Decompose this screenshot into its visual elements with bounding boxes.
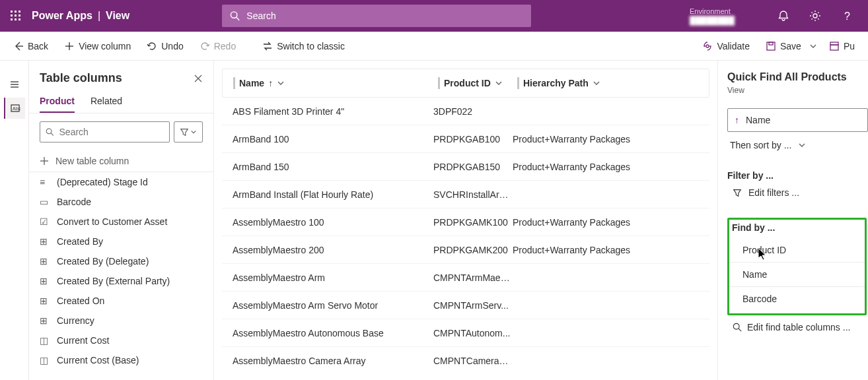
column-item-label: Current Cost: [57, 335, 109, 346]
edit-find-columns-button[interactable]: Edit find table columns ...: [727, 322, 868, 332]
column-item-label: (Deprecated) Stage Id: [57, 177, 148, 187]
notifications-button[interactable]: [768, 0, 799, 32]
global-search[interactable]: [222, 5, 531, 27]
cell-name: AssemblyMaestro Camera Array: [222, 356, 433, 366]
cell-product-id: CMPNTAutonom...: [433, 328, 513, 338]
column-item-label: Created By (External Party): [57, 276, 170, 286]
cell-name: ABS Filament 3D Printer 4": [222, 106, 433, 117]
settings-button[interactable]: [799, 0, 831, 32]
column-item[interactable]: ≡(Deprecated) Stage Id: [29, 172, 213, 192]
global-search-input[interactable]: [245, 10, 523, 22]
new-column-button[interactable]: New table column: [29, 150, 213, 172]
col-pid-label: Product ID: [444, 78, 491, 88]
filter-section-label: Filter by ...: [727, 170, 868, 181]
cell-name: AssemblyMaestro 200: [222, 245, 433, 255]
search-icon: [230, 11, 240, 21]
column-item[interactable]: ⊞Currency: [29, 311, 213, 331]
svg-rect-19: [830, 45, 838, 50]
chevron-down-icon: [277, 79, 285, 87]
column-filter-button[interactable]: [174, 121, 203, 142]
svg-rect-0: [11, 11, 13, 13]
find-by-item[interactable]: Barcode: [729, 287, 865, 311]
close-pane-button[interactable]: [194, 74, 203, 83]
properties-sub: View: [727, 86, 868, 95]
col-name-label: Name: [239, 78, 264, 88]
column-type-icon: ⊞: [40, 236, 50, 247]
col-header-hierarchy[interactable]: Hierarchy Path: [513, 77, 709, 89]
redo-label: Redo: [214, 41, 236, 51]
table-row[interactable]: ArmBand 100PRDPKGAB100Product+Warranty P…: [222, 125, 709, 153]
sort-field-label: Name: [746, 115, 770, 125]
svg-point-16: [706, 45, 709, 48]
svg-line-33: [739, 329, 741, 331]
tab-related[interactable]: Related: [90, 90, 122, 113]
col-header-product-id[interactable]: Product ID: [434, 77, 513, 89]
find-by-item[interactable]: Name: [729, 263, 865, 287]
table-row[interactable]: ArmBand 150PRDPKGAB150Product+Warranty P…: [222, 153, 709, 181]
column-item[interactable]: ⊞Created By: [29, 232, 213, 251]
column-item[interactable]: ⊞Created By (External Party): [29, 271, 213, 291]
validate-button[interactable]: Validate: [702, 41, 750, 51]
column-item[interactable]: ☑Convert to Customer Asset: [29, 212, 213, 232]
svg-rect-5: [18, 15, 20, 16]
column-item[interactable]: ◫Current Cost: [29, 331, 213, 350]
cell-product-id: CMPNTArmMaes...: [433, 272, 513, 283]
rail-hamburger[interactable]: [4, 74, 25, 95]
column-item-label: Barcode: [57, 197, 91, 207]
command-bar: Back View column Undo Redo Switch to cla…: [0, 32, 868, 61]
column-item[interactable]: ▭Barcode: [29, 192, 213, 212]
environment-picker[interactable]: Environment ████████: [690, 7, 735, 25]
column-search-input[interactable]: [58, 126, 164, 138]
redo-button[interactable]: Redo: [199, 41, 236, 51]
table-row[interactable]: AssemblyMaestro ArmCMPNTArmMaes...: [222, 264, 709, 292]
svg-text:Abc: Abc: [13, 106, 20, 111]
table-row[interactable]: AssemblyMaestro Camera ArrayCMPNTCameraA…: [222, 347, 709, 372]
switch-classic-button[interactable]: Switch to classic: [262, 41, 345, 51]
grid-header: Name ↑ Product ID Hierarchy Path: [222, 69, 709, 98]
hamburger-icon: [9, 79, 20, 90]
publish-button[interactable]: Pu: [829, 41, 855, 51]
back-button[interactable]: Back: [13, 41, 48, 51]
column-search[interactable]: [40, 121, 170, 142]
data-grid: Name ↑ Product ID Hierarchy Path: [214, 61, 717, 380]
help-button[interactable]: ?: [831, 0, 863, 32]
undo-button[interactable]: Undo: [147, 41, 183, 51]
cell-product-id: SVCHRInstallArm...: [433, 189, 513, 200]
edit-filters-button[interactable]: Edit filters ...: [727, 187, 868, 198]
svg-rect-20: [830, 42, 838, 45]
column-item-label: Current Cost (Base): [57, 355, 139, 365]
tab-product[interactable]: Product: [40, 90, 75, 113]
save-dropdown[interactable]: [809, 42, 821, 50]
table-row[interactable]: ArmBand Install (Flat Hourly Rate)SVCHRI…: [222, 181, 709, 208]
column-item[interactable]: ⊞Created By (Delegate): [29, 251, 213, 271]
environment-label: Environment: [690, 7, 735, 16]
table-row[interactable]: AssemblyMaestro Autonomous BaseCMPNTAuto…: [222, 319, 709, 347]
plus-icon: [40, 156, 49, 166]
table-row[interactable]: ABS Filament 3D Printer 4"3DPF022: [222, 98, 709, 125]
table-row[interactable]: AssemblyMaestro Arm Servo MotorCMPNTArmS…: [222, 292, 709, 319]
switch-label: Switch to classic: [277, 41, 345, 51]
global-header: Power Apps | View Environment ████████ ?: [0, 0, 868, 32]
column-type-icon: ⊞: [40, 256, 50, 267]
column-item[interactable]: ⊞Created On: [29, 291, 213, 311]
table-row[interactable]: AssemblyMaestro 100PRDPKGAMK100Product+W…: [222, 208, 709, 236]
table-row[interactable]: AssemblyMaestro 200PRDPKGAMK200Product+W…: [222, 236, 709, 264]
app-launcher-button[interactable]: [5, 5, 26, 26]
sort-asc-icon: ↑: [268, 78, 273, 88]
svg-rect-2: [18, 11, 20, 13]
column-item[interactable]: ◫Current Cost (Base): [29, 350, 213, 370]
column-item-label: Created On: [57, 296, 104, 306]
rail-columns[interactable]: Abc: [4, 98, 25, 119]
sort-field[interactable]: ↑ Name: [727, 108, 868, 132]
find-by-item[interactable]: Product ID: [729, 238, 865, 263]
chevron-down-icon: [798, 141, 806, 149]
cell-name: AssemblyMaestro Arm Servo Motor: [222, 300, 433, 311]
save-button[interactable]: Save: [766, 41, 801, 51]
help-icon: ?: [841, 10, 853, 22]
col-header-name[interactable]: Name ↑: [223, 77, 434, 89]
chevron-down-icon: [495, 79, 503, 87]
view-column-button[interactable]: View column: [64, 41, 131, 51]
cell-product-id: PRDPKGAB150: [433, 162, 513, 172]
then-sort-button[interactable]: Then sort by ...: [727, 140, 868, 150]
cell-hierarchy: Product+Warranty Packages: [513, 217, 709, 228]
